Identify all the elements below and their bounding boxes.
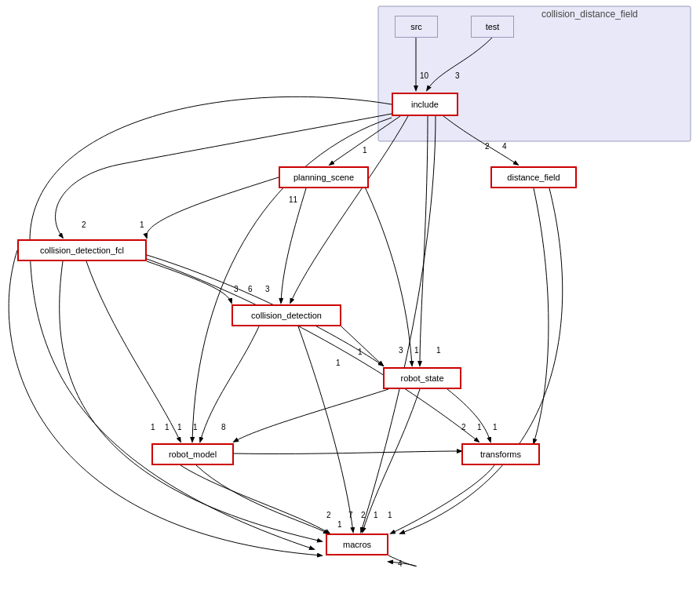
edge-label-1k: 1	[477, 423, 482, 432]
diagram-container: collision_distance_field	[0, 0, 700, 590]
edge-label-1h: 1	[165, 423, 170, 432]
edge-label-7: 7	[348, 511, 353, 519]
edge-label-1i: 1	[177, 423, 182, 432]
node-robot-model: robot_model	[151, 443, 234, 465]
edge-label-2a: 2	[485, 142, 490, 151]
edge-label-6: 6	[248, 285, 253, 293]
node-src: src	[395, 16, 438, 38]
edge-label-3a: 3	[455, 71, 460, 80]
edge-label-1c: 1	[358, 348, 363, 356]
edge-label-3c: 3	[265, 285, 270, 293]
edge-label-1m: 1	[337, 520, 342, 529]
edge-label-1a: 1	[363, 146, 367, 155]
node-planning-scene-label: planning_scene	[293, 173, 354, 182]
node-include-label: include	[411, 100, 439, 109]
node-test-label: test	[486, 22, 500, 31]
edge-label-4b: 4	[398, 559, 403, 568]
edge-label-1l: 1	[493, 423, 498, 432]
edge-label-1n: 1	[374, 511, 378, 519]
edges-svg: collision_distance_field	[0, 0, 700, 590]
edge-label-4a: 4	[502, 142, 507, 151]
edge-label-1f: 1	[436, 346, 441, 355]
edge-label-1d: 1	[336, 359, 341, 367]
node-distance-field: distance_field	[490, 166, 577, 188]
node-src-label: src	[410, 22, 422, 31]
node-robot-model-label: robot_model	[169, 450, 217, 459]
edge-label-3d: 3	[399, 346, 403, 355]
edge-label-2b: 2	[82, 220, 86, 229]
edge-label-2c: 2	[461, 423, 466, 432]
node-distance-field-label: distance_field	[507, 173, 560, 182]
node-transforms: transforms	[461, 443, 540, 465]
edge-label-2e: 2	[361, 511, 366, 519]
node-planning-scene: planning_scene	[279, 166, 369, 188]
edge-label-3b: 3	[234, 285, 239, 293]
edge-label-1b: 1	[140, 220, 144, 229]
cluster-label: collision_distance_field	[541, 9, 638, 20]
node-include: include	[392, 93, 458, 116]
node-macros-label: macros	[343, 540, 371, 549]
node-collision-detection-label: collision_detection	[251, 311, 322, 320]
edge-label-1o: 1	[388, 511, 392, 519]
edge-label-1g: 1	[151, 423, 155, 432]
node-collision-detection-fcl-label: collision_detection_fcl	[40, 246, 124, 255]
node-macros: macros	[326, 534, 388, 555]
edge-label-8: 8	[221, 423, 226, 432]
node-collision-detection-fcl: collision_detection_fcl	[17, 239, 147, 261]
edge-label-2d: 2	[326, 511, 331, 519]
edge-label-10: 10	[420, 71, 429, 80]
edge-label-1e: 1	[414, 346, 419, 355]
edge-label-1j: 1	[193, 423, 198, 432]
node-test: test	[471, 16, 514, 38]
node-transforms-label: transforms	[480, 450, 521, 459]
node-robot-state: robot_state	[383, 367, 461, 389]
edge-label-11: 11	[289, 195, 298, 204]
node-robot-state-label: robot_state	[400, 373, 443, 383]
node-collision-detection: collision_detection	[232, 304, 341, 326]
